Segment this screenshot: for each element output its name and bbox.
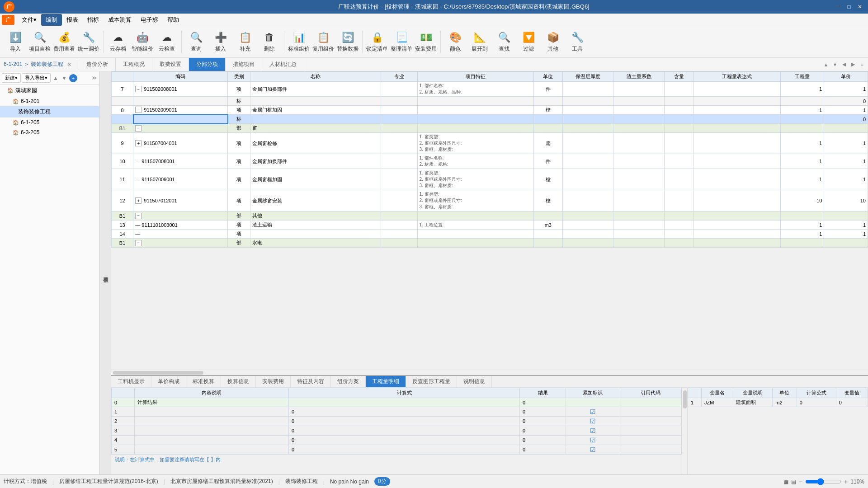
- table-row[interactable]: 4 0 0 ☑: [112, 436, 682, 445]
- toolbar-cloudcheck[interactable]: ☁ 云检查: [155, 28, 179, 56]
- nav-right[interactable]: ▶: [849, 61, 857, 69]
- zoom-slider[interactable]: [805, 478, 841, 485]
- toolbar-replace[interactable]: 🔄 替换数据: [336, 28, 359, 56]
- code-input[interactable]: [136, 117, 226, 122]
- bottom-tab-notes[interactable]: 说明信息: [457, 376, 492, 387]
- table-row[interactable]: 13 — 9111101003001 项 渣土运输 1. 工程位置: m3 1 …: [112, 221, 868, 230]
- table-row[interactable]: 5 0 0 ☑: [112, 445, 682, 455]
- table-row[interactable]: 14 — 项 1 1: [112, 230, 868, 239]
- checkbox-3[interactable]: ☑: [590, 427, 596, 434]
- table-row[interactable]: 1 0 0 ☑: [112, 407, 682, 417]
- table-row[interactable]: 10 — 911507008001 项 金属窗加换部件 1. 部件名称: 2. …: [112, 154, 868, 169]
- table-row-part[interactable]: B1 − 部 其他: [112, 211, 868, 221]
- tab-cost-analysis[interactable]: 造价分析: [79, 58, 116, 71]
- toolbar-selfcheck[interactable]: 🔍 项目自检: [28, 28, 52, 56]
- expand-btn-7[interactable]: −: [135, 86, 142, 92]
- expand-btn-8[interactable]: −: [135, 107, 142, 113]
- data-table[interactable]: 编码 类别 名称 专业 项目特征 单位 保温层厚度 渣土量系数 含量 工程量表达…: [111, 71, 868, 370]
- h-scrollbar-thumb[interactable]: [113, 371, 203, 375]
- bottom-tab-labor[interactable]: 工料机显示: [111, 376, 151, 387]
- nav-list[interactable]: ≡: [858, 61, 866, 69]
- grid-view-icon[interactable]: ▦: [783, 479, 788, 485]
- tree-item-xicheng[interactable]: 🏠 溪城家园: [0, 85, 99, 96]
- sidebar-toggle[interactable]: +: [69, 74, 77, 82]
- toolbar-query[interactable]: 🔍 查询: [184, 28, 208, 56]
- toolbar-find[interactable]: 🔍 查找: [492, 28, 516, 56]
- expand-btn-b1-water[interactable]: −: [135, 240, 142, 246]
- breadcrumb-close[interactable]: ✕: [67, 61, 71, 68]
- breadcrumb-path[interactable]: 6-1-201 ＞ 装饰装修工程: [4, 61, 63, 68]
- table-row[interactable]: 3 0 0 ☑: [112, 426, 682, 436]
- tree-item-6-1-205[interactable]: 🏠 6-1-205: [0, 117, 99, 127]
- bottom-tab-convinfo[interactable]: 换算信息: [221, 376, 256, 387]
- bottom-tab-stdconv[interactable]: 标准换算: [186, 376, 221, 387]
- expand-btn-b1-other[interactable]: −: [135, 213, 142, 219]
- nav-down[interactable]: ▼: [831, 61, 839, 69]
- table-row[interactable]: 1 JZM 建筑面积 m2 0 0: [688, 398, 868, 407]
- tree-item-6-3-205[interactable]: 🏠 6-3-205: [0, 127, 99, 137]
- tab-items[interactable]: 分部分项: [189, 58, 226, 71]
- sidebar-new-btn[interactable]: 新建▾: [2, 73, 21, 83]
- sidebar-arrow-up[interactable]: ▲: [52, 74, 60, 82]
- bottom-tab-qty-detail[interactable]: 工程量明细: [366, 376, 406, 387]
- toolbar-expand[interactable]: 📐 展开到: [468, 28, 491, 56]
- nav-up[interactable]: ▲: [822, 61, 830, 69]
- toolbar-ai[interactable]: 🤖 智能组价: [131, 28, 154, 56]
- toolbar-lock[interactable]: 🔒 锁定清单: [365, 28, 389, 56]
- zoom-in-icon[interactable]: +: [844, 478, 848, 485]
- toolbar-other[interactable]: 📦 其他: [541, 28, 565, 56]
- expand-btn-9[interactable]: +: [135, 140, 142, 146]
- tab-project-overview[interactable]: 工程概况: [116, 58, 152, 71]
- close-button[interactable]: ✕: [855, 2, 864, 11]
- bottom-tab-install[interactable]: 安装费用: [256, 376, 291, 387]
- list-view-icon[interactable]: ▤: [791, 479, 796, 485]
- tab-measures[interactable]: 措施项目: [226, 58, 262, 71]
- checkbox-4[interactable]: ☑: [590, 436, 596, 444]
- toolbar-delete[interactable]: 🗑 删除: [258, 28, 281, 56]
- table-row-part[interactable]: B1 − 部 水电: [112, 239, 868, 248]
- toolbar-adjust[interactable]: 🔧 统一调价: [77, 28, 100, 56]
- bottom-v-scrollbar[interactable]: [682, 388, 687, 474]
- maximize-button[interactable]: □: [844, 2, 854, 11]
- tree-item-decoration[interactable]: 装饰装修工程: [0, 106, 99, 117]
- sidebar-arrow-down[interactable]: ▼: [60, 74, 68, 82]
- menu-edit[interactable]: 编制: [41, 14, 62, 26]
- menu-indicator[interactable]: 指标: [83, 14, 104, 26]
- toolbar-supplement[interactable]: 📋 补充: [233, 28, 257, 56]
- table-row[interactable]: 7 − 911502008001 项 金属门加换部件 1. 部件名称: 2. 材…: [112, 82, 868, 97]
- zoom-out-icon[interactable]: −: [799, 478, 802, 485]
- toolbar-import[interactable]: ⬇️ 导入: [4, 28, 27, 56]
- table-row[interactable]: 标 0: [112, 115, 868, 124]
- table-row[interactable]: 11 — 911507009001 项 金属窗框加固 1. 窗类型: 2. 窗框…: [112, 169, 868, 190]
- menu-ebid[interactable]: 电子标: [136, 14, 163, 26]
- nav-left[interactable]: ◀: [840, 61, 848, 69]
- minimize-button[interactable]: —: [834, 2, 843, 11]
- table-row[interactable]: 9 + 911507004001 项 金属窗检修 1. 窗类型: 2. 窗框或扇…: [112, 133, 868, 154]
- checkbox-5[interactable]: ☑: [590, 446, 596, 453]
- checkbox-1[interactable]: ☑: [590, 408, 596, 415]
- table-row[interactable]: 8 − 911502009001 项 金属门框加固 樘: [112, 106, 868, 115]
- tree-item-6-1-201[interactable]: 🏠 6-1-201: [0, 96, 99, 106]
- toolbar-install-fee[interactable]: 💵 安装费用: [414, 28, 438, 56]
- toolbar-tools[interactable]: 🔧 工具: [566, 28, 589, 56]
- tab-resources[interactable]: 人材机汇总: [262, 58, 304, 71]
- tab-fee-settings[interactable]: 取费设置: [152, 58, 189, 71]
- toolbar-color[interactable]: 🎨 颜色: [443, 28, 467, 56]
- toolbar-stdgroup[interactable]: 📊 标准组价: [287, 28, 311, 56]
- toolbar-cloud[interactable]: ☁ 云存档: [106, 28, 130, 56]
- table-row-part[interactable]: B1 − 部 窗: [112, 124, 868, 133]
- table-row[interactable]: 0 计算结果 0: [112, 398, 682, 407]
- toolbar-filter[interactable]: 🔽 过滤: [517, 28, 540, 56]
- bottom-tab-unit[interactable]: 单价构成: [151, 376, 186, 387]
- bottom-tab-group[interactable]: 组价方案: [331, 376, 366, 387]
- expand-btn-12[interactable]: +: [135, 197, 142, 204]
- menu-cost[interactable]: 成本测算: [104, 14, 136, 26]
- menu-help[interactable]: 帮助: [163, 14, 184, 26]
- sidebar-import-btn[interactable]: 导入导出▾: [22, 73, 51, 83]
- toolbar-reusegroup[interactable]: 📋 复用组价: [311, 28, 335, 56]
- bottom-tab-features[interactable]: 特征及内容: [291, 376, 331, 387]
- table-row[interactable]: 12 + 911507012001 项 金属纱窗安装 1. 窗类型: 2. 窗框…: [112, 190, 868, 211]
- bottom-tab-drawing[interactable]: 反查图形工程量: [406, 376, 457, 387]
- menu-file[interactable]: 文件▾: [17, 14, 41, 26]
- checkbox-2[interactable]: ☑: [590, 418, 596, 425]
